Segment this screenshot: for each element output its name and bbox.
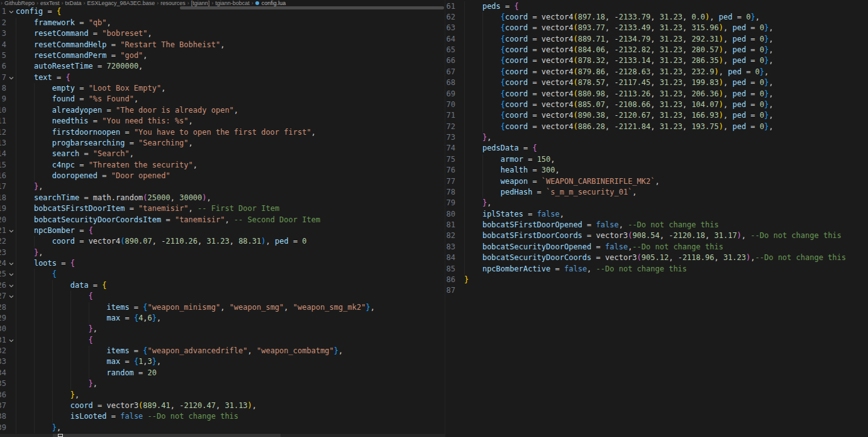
code-line[interactable]: 83 bobcatSecurityDoorOpened = false,--Do…	[445, 242, 868, 253]
line-number[interactable]: 8	[2, 83, 6, 94]
breadcrumb-item[interactable]: GithubRepo	[4, 0, 35, 6]
code-line[interactable]: 67 {coord = vector4(879.86, -2128.63, 31…	[445, 67, 868, 77]
line-number[interactable]: 14	[0, 149, 6, 159]
code-line[interactable]: 81 bobcatSFirstDoorOpened = false, --Do …	[445, 220, 868, 230]
code-line[interactable]: 38 isLooted = false --Do not change this	[0, 411, 445, 422]
horizontal-scrollbar[interactable]	[0, 434, 445, 437]
line-number[interactable]: 4	[2, 40, 6, 50]
line-number[interactable]: 20	[0, 215, 6, 225]
code-line[interactable]: 74 pedsData = {	[445, 143, 868, 154]
line-number[interactable]: 21	[0, 225, 6, 236]
line-number[interactable]: 75	[447, 154, 455, 165]
line-number[interactable]: 86	[447, 275, 455, 285]
code-line[interactable]: 77 weapon = `WEAPON_CARBINERIFLE_MK2`,	[445, 176, 868, 187]
code-line[interactable]: 28 items = {"weapon_minismg", "weapon_sm…	[0, 302, 445, 313]
code-line[interactable]: 66 {coord = vector4(878.32, -2133.14, 31…	[445, 55, 868, 66]
code-line[interactable]: 18 searchTime = math.random(25000, 30000…	[0, 193, 445, 203]
line-number[interactable]: 72	[447, 122, 455, 132]
line-number[interactable]: 28	[0, 302, 6, 313]
code-line[interactable]: 73 },	[445, 132, 868, 143]
code-line[interactable]: 13 progbarsearching = "Searching",	[0, 138, 445, 149]
code-line[interactable]: 87	[445, 285, 868, 296]
line-number[interactable]: 64	[447, 34, 455, 45]
code-line[interactable]: 26 data = {	[0, 280, 445, 291]
line-number[interactable]: 81	[447, 220, 455, 230]
line-number[interactable]: 9	[2, 94, 6, 105]
line-number[interactable]: 68	[447, 77, 455, 88]
line-number[interactable]: 15	[0, 160, 6, 171]
line-number[interactable]: 3	[2, 28, 6, 39]
code-line[interactable]: 69 {coord = vector4(880.98, -2113.26, 31…	[445, 89, 868, 99]
line-number[interactable]: 82	[447, 230, 455, 241]
line-number[interactable]: 69	[447, 89, 455, 99]
line-number[interactable]: 76	[447, 165, 455, 176]
horizontal-scrollbar-thumb[interactable]	[53, 434, 281, 437]
code-line[interactable]: 27 {	[0, 291, 445, 302]
line-number[interactable]: 83	[447, 242, 455, 253]
code-line[interactable]: 79 },	[445, 198, 868, 208]
line-number[interactable]: 74	[447, 143, 455, 154]
line-number[interactable]: 33	[0, 356, 6, 367]
line-number[interactable]: 37	[0, 400, 6, 411]
fold-chevron-icon[interactable]	[7, 335, 16, 346]
code-line[interactable]: 3 resetCommand = "bobreset",	[0, 28, 445, 39]
line-number[interactable]: 23	[0, 247, 6, 258]
code-line[interactable]: 8 empty = "Loot Box Empty",	[0, 83, 445, 94]
code-line[interactable]: 9 found = "%s Found",	[0, 94, 445, 105]
line-number[interactable]: 6	[2, 61, 6, 72]
code-line[interactable]: 70 {coord = vector4(885.07, -2108.66, 31…	[445, 99, 868, 110]
code-line[interactable]: 4 resetCommandHelp = "Restart The Bobhei…	[0, 40, 445, 50]
line-number[interactable]: 67	[447, 67, 455, 77]
line-number[interactable]: 31	[0, 335, 6, 346]
line-number[interactable]: 30	[0, 324, 6, 334]
line-number[interactable]: 39	[0, 423, 6, 433]
line-number[interactable]: 5	[2, 50, 6, 61]
fold-chevron-icon[interactable]	[7, 225, 16, 236]
line-number[interactable]: 65	[447, 45, 455, 55]
code-line[interactable]: 7 text = {	[0, 72, 445, 83]
line-number[interactable]: 34	[0, 368, 6, 378]
breadcrumb-item[interactable]: esxTest	[40, 0, 60, 6]
line-number[interactable]: 11	[0, 116, 6, 127]
line-number[interactable]: 7	[2, 72, 6, 83]
line-number[interactable]: 61	[447, 1, 455, 12]
line-number[interactable]: 18	[0, 193, 6, 203]
code-line[interactable]: 80 iplStates = false,	[445, 209, 868, 220]
code-line[interactable]: 62 {coord = vector4(897.18, -2133.79, 31…	[445, 12, 868, 23]
line-number[interactable]: 70	[447, 99, 455, 110]
line-number[interactable]: 2	[2, 18, 6, 28]
code-line[interactable]: 37 coord = vector3(889.41, -2120.47, 31.…	[0, 400, 445, 411]
line-number[interactable]: 80	[447, 209, 455, 220]
code-line[interactable]: 85 npcBomberActive = false, --Do not cha…	[445, 264, 868, 275]
code-line[interactable]: 36 },	[0, 390, 445, 400]
code-line[interactable]: 76 health = 300,	[445, 165, 868, 176]
line-number[interactable]: 19	[0, 203, 6, 214]
line-number[interactable]: 32	[0, 346, 6, 356]
code-line[interactable]: 32 items = {"weapon_advancedrifle", "wea…	[0, 346, 445, 356]
code-line[interactable]: 39 },	[0, 423, 445, 433]
code-line[interactable]: 68 {coord = vector4(878.57, -2117.45, 31…	[445, 77, 868, 88]
code-line[interactable]: 34 random = 20	[0, 368, 445, 378]
line-number[interactable]: 63	[447, 23, 455, 33]
code-line[interactable]: 72 {coord = vector4(886.28, -2121.84, 31…	[445, 122, 868, 132]
line-number[interactable]: 24	[0, 258, 6, 269]
code-line[interactable]: 78 pedHash = `s_m_m_security_01`,	[445, 187, 868, 198]
line-number[interactable]: 17	[0, 181, 6, 192]
code-line[interactable]: 2 framework = "qb",	[0, 18, 445, 28]
code-line[interactable]: 23 },	[0, 247, 445, 258]
line-number[interactable]: 22	[0, 236, 6, 247]
code-line[interactable]: 84 bobcatSecurityDoorCoords = vector3(90…	[445, 253, 868, 263]
line-number[interactable]: 16	[0, 171, 6, 181]
line-number[interactable]: 36	[0, 390, 6, 400]
line-number[interactable]: 25	[0, 269, 6, 280]
code-line[interactable]: 11 needthis = "You need this: %s",	[0, 116, 445, 127]
code-line[interactable]: 75 armor = 150,	[445, 154, 868, 165]
code-line[interactable]: 5 resetCommandPerm = "god",	[0, 50, 445, 61]
fold-chevron-icon[interactable]	[7, 291, 16, 302]
line-number[interactable]: 73	[447, 132, 455, 143]
breadcrumb-file[interactable]: config.lua	[262, 0, 286, 6]
scrollbar-thumb-top[interactable]	[180, 6, 444, 9]
line-number[interactable]: 66	[447, 55, 455, 66]
line-number[interactable]: 13	[0, 138, 6, 149]
code-line[interactable]: 24 loots = {	[0, 258, 445, 269]
